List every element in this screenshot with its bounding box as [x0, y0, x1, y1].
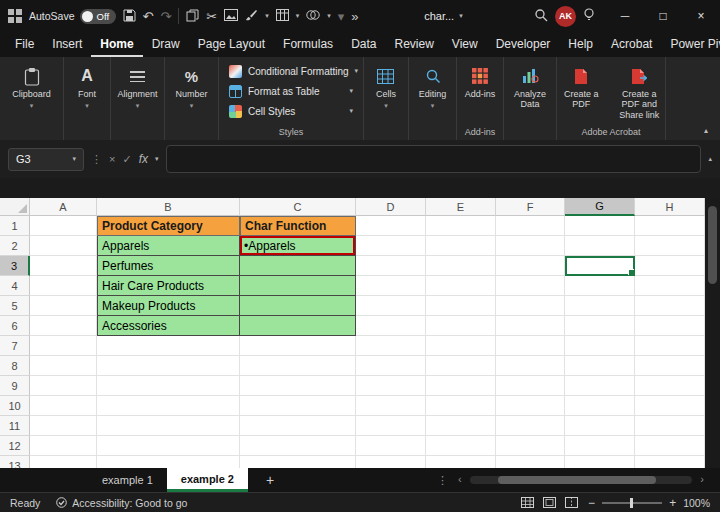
cell-A12[interactable] — [30, 436, 97, 456]
cell-D10[interactable] — [356, 396, 426, 416]
menu-tab-data[interactable]: Data — [342, 32, 385, 57]
cell-A10[interactable] — [30, 396, 97, 416]
collapse-ribbon-icon[interactable]: ▴ — [704, 126, 708, 135]
menu-tab-file[interactable]: File — [6, 32, 43, 57]
autosave-toggle[interactable]: Off — [80, 9, 116, 24]
enter-icon[interactable]: ✓ — [122, 153, 131, 166]
cell-A6[interactable] — [30, 316, 97, 336]
styles-button-conditional-formatting[interactable]: Conditional Formatting▾ — [229, 62, 353, 80]
cell-A3[interactable] — [30, 256, 97, 276]
cell-A4[interactable] — [30, 276, 97, 296]
horizontal-scrollbar[interactable] — [470, 476, 692, 484]
menu-tab-developer[interactable]: Developer — [487, 32, 560, 57]
zoom-in-button[interactable]: + — [669, 497, 676, 509]
cell-G10[interactable] — [565, 396, 635, 416]
row-header-7[interactable]: 7 — [0, 336, 30, 356]
cell-H13[interactable] — [635, 456, 705, 468]
cell-H6[interactable] — [635, 316, 705, 336]
cell-D11[interactable] — [356, 416, 426, 436]
lightbulb-icon[interactable] — [583, 8, 595, 24]
cell-G7[interactable] — [565, 336, 635, 356]
cell-G6[interactable] — [565, 316, 635, 336]
cell-F10[interactable] — [496, 396, 565, 416]
cell-C4[interactable] — [240, 276, 356, 296]
font-button[interactable]: A Font ▾ — [78, 66, 96, 110]
currency-icon[interactable] — [306, 9, 320, 23]
cell-G4[interactable] — [565, 276, 635, 296]
row-header-5[interactable]: 5 — [0, 296, 30, 316]
column-header-G[interactable]: G — [565, 198, 635, 216]
row-header-8[interactable]: 8 — [0, 356, 30, 376]
menu-tab-home[interactable]: Home — [91, 32, 142, 57]
cancel-icon[interactable]: × — [109, 153, 115, 165]
cell-A2[interactable] — [30, 236, 97, 256]
zoom-level[interactable]: 100% — [683, 497, 710, 509]
cell-G5[interactable] — [565, 296, 635, 316]
cells-button[interactable]: Cells ▾ — [376, 66, 396, 110]
cell-C5[interactable] — [240, 296, 356, 316]
cell-D8[interactable] — [356, 356, 426, 376]
select-all-corner[interactable] — [0, 198, 30, 216]
cut-icon[interactable]: ✂ — [206, 10, 217, 23]
styles-button-format-as-table[interactable]: Format as Table▾ — [229, 82, 353, 100]
cell-G2[interactable] — [565, 236, 635, 256]
cell-G11[interactable] — [565, 416, 635, 436]
cell-D3[interactable] — [356, 256, 426, 276]
formula-input[interactable] — [166, 145, 702, 173]
cell-H11[interactable] — [635, 416, 705, 436]
cell-D5[interactable] — [356, 296, 426, 316]
name-box[interactable]: G3 ▾ — [8, 148, 84, 171]
styles-button-cell-styles[interactable]: Cell Styles▾ — [229, 102, 353, 120]
cell-E3[interactable] — [426, 256, 496, 276]
cell-F1[interactable] — [496, 216, 565, 236]
clipboard-button[interactable]: Clipboard ▾ — [12, 66, 51, 110]
accessibility-status[interactable]: Accessibility: Good to go — [56, 497, 187, 509]
cell-B13[interactable] — [97, 456, 240, 468]
page-break-view-icon[interactable] — [565, 497, 578, 508]
cell-A8[interactable] — [30, 356, 97, 376]
alignment-button[interactable]: Alignment ▾ — [117, 66, 157, 110]
menu-tab-power-pivot[interactable]: Power Pivot — [661, 32, 720, 57]
cell-A7[interactable] — [30, 336, 97, 356]
cell-C2[interactable]: •Apparels — [240, 236, 356, 256]
column-header-C[interactable]: C — [240, 198, 356, 216]
cell-C11[interactable] — [240, 416, 356, 436]
cell-G12[interactable] — [565, 436, 635, 456]
create-pdf-button[interactable]: Create a PDF — [557, 66, 606, 120]
sheet-tab-example-2[interactable]: example 2 — [167, 468, 248, 492]
cell-G13[interactable] — [565, 456, 635, 468]
cell-F13[interactable] — [496, 456, 565, 468]
cell-F6[interactable] — [496, 316, 565, 336]
cell-D13[interactable] — [356, 456, 426, 468]
cell-A9[interactable] — [30, 376, 97, 396]
cell-H7[interactable] — [635, 336, 705, 356]
cell-A1[interactable] — [30, 216, 97, 236]
number-button[interactable]: % Number ▾ — [175, 66, 207, 110]
cell-B9[interactable] — [97, 376, 240, 396]
row-header-9[interactable]: 9 — [0, 376, 30, 396]
avatar[interactable]: AK — [555, 6, 576, 27]
cell-B10[interactable] — [97, 396, 240, 416]
cell-C7[interactable] — [240, 336, 356, 356]
cell-E1[interactable] — [426, 216, 496, 236]
cell-G1[interactable] — [565, 216, 635, 236]
column-header-H[interactable]: H — [635, 198, 705, 216]
cell-B6[interactable]: Accessories — [97, 316, 240, 336]
cell-E7[interactable] — [426, 336, 496, 356]
redo-icon[interactable]: ↷ — [160, 10, 171, 23]
cell-D9[interactable] — [356, 376, 426, 396]
cell-E9[interactable] — [426, 376, 496, 396]
cell-G9[interactable] — [565, 376, 635, 396]
column-header-D[interactable]: D — [356, 198, 426, 216]
cell-A11[interactable] — [30, 416, 97, 436]
row-header-13[interactable]: 13 — [0, 456, 30, 468]
cell-E10[interactable] — [426, 396, 496, 416]
cell-E4[interactable] — [426, 276, 496, 296]
picture-icon[interactable] — [224, 9, 238, 23]
cell-G3[interactable] — [565, 256, 635, 276]
cell-C8[interactable] — [240, 356, 356, 376]
close-button[interactable]: × — [682, 0, 720, 32]
cell-B3[interactable]: Perfumes — [97, 256, 240, 276]
menu-tab-page-layout[interactable]: Page Layout — [189, 32, 274, 57]
cell-D2[interactable] — [356, 236, 426, 256]
